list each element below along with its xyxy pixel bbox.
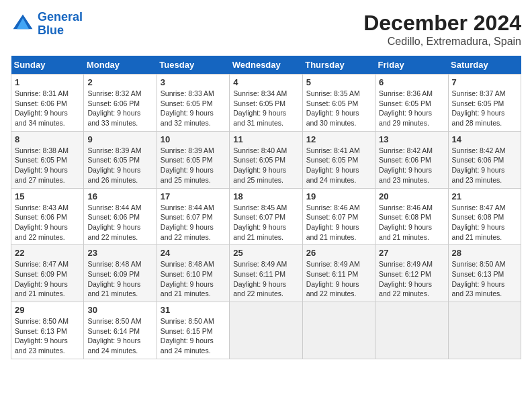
day-number: 30 [87,305,152,315]
calendar-week-row: 15Sunrise: 8:43 AMSunset: 6:06 PMDayligh… [11,188,521,245]
day-detail: Sunrise: 8:47 AMSunset: 6:08 PMDaylight:… [452,203,517,242]
day-detail: Sunrise: 8:43 AMSunset: 6:06 PMDaylight:… [15,203,80,242]
day-number: 17 [161,191,226,201]
day-number: 15 [15,191,80,201]
day-number: 21 [452,191,517,201]
calendar-cell: 6Sunrise: 8:36 AMSunset: 6:05 PMDaylight… [375,75,448,132]
day-detail: Sunrise: 8:39 AMSunset: 6:05 PMDaylight:… [87,146,152,185]
day-number: 14 [452,134,517,144]
calendar-cell: 29Sunrise: 8:50 AMSunset: 6:13 PMDayligh… [11,302,84,359]
calendar-cell: 10Sunrise: 8:39 AMSunset: 6:05 PMDayligh… [157,131,229,188]
logo-line2: Blue [38,24,64,37]
day-number: 18 [233,191,298,201]
day-detail: Sunrise: 8:36 AMSunset: 6:05 PMDaylight:… [379,89,444,128]
day-number: 31 [161,305,226,315]
calendar-cell [230,302,302,359]
calendar-cell: 9Sunrise: 8:39 AMSunset: 6:05 PMDaylight… [84,131,157,188]
month-title: December 2024 [363,11,521,36]
day-detail: Sunrise: 8:45 AMSunset: 6:07 PMDaylight:… [233,203,298,242]
calendar-cell: 30Sunrise: 8:50 AMSunset: 6:14 PMDayligh… [84,302,157,359]
day-detail: Sunrise: 8:50 AMSunset: 6:15 PMDaylight:… [161,316,226,356]
calendar-cell: 8Sunrise: 8:38 AMSunset: 6:05 PMDaylight… [11,131,84,188]
day-number: 12 [306,134,371,144]
day-detail: Sunrise: 8:50 AMSunset: 6:14 PMDaylight:… [87,316,152,356]
calendar-cell: 20Sunrise: 8:46 AMSunset: 6:08 PMDayligh… [375,188,448,245]
day-detail: Sunrise: 8:35 AMSunset: 6:05 PMDaylight:… [306,89,371,128]
title-block: December 2024 Cedillo, Extremadura, Spai… [363,11,521,48]
calendar-cell: 22Sunrise: 8:47 AMSunset: 6:09 PMDayligh… [11,245,84,302]
day-detail: Sunrise: 8:42 AMSunset: 6:06 PMDaylight:… [452,146,517,185]
day-detail: Sunrise: 8:50 AMSunset: 6:13 PMDaylight:… [452,259,517,299]
logo: General Blue [11,11,83,38]
day-number: 11 [233,134,298,144]
day-number: 23 [87,248,152,258]
calendar-cell [375,302,448,359]
day-detail: Sunrise: 8:41 AMSunset: 6:05 PMDaylight:… [306,146,371,185]
calendar-cell: 26Sunrise: 8:49 AMSunset: 6:11 PMDayligh… [302,245,375,302]
day-number: 8 [15,134,80,144]
day-detail: Sunrise: 8:44 AMSunset: 6:07 PMDaylight:… [161,203,226,242]
calendar-cell: 25Sunrise: 8:49 AMSunset: 6:11 PMDayligh… [230,245,302,302]
day-detail: Sunrise: 8:42 AMSunset: 6:06 PMDaylight:… [379,146,444,185]
day-number: 13 [379,134,444,144]
day-number: 5 [306,77,371,87]
day-detail: Sunrise: 8:31 AMSunset: 6:06 PMDaylight:… [15,89,80,128]
day-detail: Sunrise: 8:37 AMSunset: 6:05 PMDaylight:… [452,89,517,128]
day-detail: Sunrise: 8:49 AMSunset: 6:12 PMDaylight:… [379,259,444,299]
day-detail: Sunrise: 8:49 AMSunset: 6:11 PMDaylight:… [233,259,298,299]
header-saturday: Saturday [448,56,521,75]
header-wednesday: Wednesday [230,56,302,75]
calendar-cell: 2Sunrise: 8:32 AMSunset: 6:06 PMDaylight… [84,75,157,132]
day-detail: Sunrise: 8:38 AMSunset: 6:05 PMDaylight:… [15,146,80,185]
logo-text: General Blue [38,11,83,38]
day-number: 4 [233,77,298,87]
day-detail: Sunrise: 8:46 AMSunset: 6:07 PMDaylight:… [306,203,371,242]
day-number: 3 [161,77,226,87]
calendar-week-row: 22Sunrise: 8:47 AMSunset: 6:09 PMDayligh… [11,245,521,302]
day-number: 20 [379,191,444,201]
calendar-cell: 27Sunrise: 8:49 AMSunset: 6:12 PMDayligh… [375,245,448,302]
day-number: 25 [233,248,298,258]
day-number: 9 [87,134,152,144]
day-detail: Sunrise: 8:48 AMSunset: 6:09 PMDaylight:… [87,259,152,299]
calendar-cell: 11Sunrise: 8:40 AMSunset: 6:05 PMDayligh… [230,131,302,188]
calendar-cell: 31Sunrise: 8:50 AMSunset: 6:15 PMDayligh… [157,302,229,359]
location-title: Cedillo, Extremadura, Spain [363,36,521,48]
day-number: 19 [306,191,371,201]
day-detail: Sunrise: 8:50 AMSunset: 6:13 PMDaylight:… [15,316,80,356]
day-detail: Sunrise: 8:34 AMSunset: 6:05 PMDaylight:… [233,89,298,128]
logo-icon [11,12,35,36]
day-detail: Sunrise: 8:39 AMSunset: 6:05 PMDaylight:… [161,146,226,185]
day-number: 27 [379,248,444,258]
day-number: 26 [306,248,371,258]
calendar-cell: 7Sunrise: 8:37 AMSunset: 6:05 PMDaylight… [448,75,521,132]
day-number: 2 [87,77,152,87]
calendar-cell: 17Sunrise: 8:44 AMSunset: 6:07 PMDayligh… [157,188,229,245]
day-number: 28 [452,248,517,258]
header-sunday: Sunday [11,56,84,75]
day-detail: Sunrise: 8:33 AMSunset: 6:05 PMDaylight:… [161,89,226,128]
calendar-cell: 5Sunrise: 8:35 AMSunset: 6:05 PMDaylight… [302,75,375,132]
calendar-cell: 15Sunrise: 8:43 AMSunset: 6:06 PMDayligh… [11,188,84,245]
day-detail: Sunrise: 8:47 AMSunset: 6:09 PMDaylight:… [15,259,80,299]
calendar-cell: 13Sunrise: 8:42 AMSunset: 6:06 PMDayligh… [375,131,448,188]
day-detail: Sunrise: 8:32 AMSunset: 6:06 PMDaylight:… [87,89,152,128]
calendar-cell: 14Sunrise: 8:42 AMSunset: 6:06 PMDayligh… [448,131,521,188]
calendar-cell: 4Sunrise: 8:34 AMSunset: 6:05 PMDaylight… [230,75,302,132]
header-friday: Friday [375,56,448,75]
calendar-week-row: 1Sunrise: 8:31 AMSunset: 6:06 PMDaylight… [11,75,521,132]
calendar-week-row: 29Sunrise: 8:50 AMSunset: 6:13 PMDayligh… [11,302,521,359]
calendar-cell: 12Sunrise: 8:41 AMSunset: 6:05 PMDayligh… [302,131,375,188]
day-detail: Sunrise: 8:44 AMSunset: 6:06 PMDaylight:… [87,203,152,242]
calendar-cell: 3Sunrise: 8:33 AMSunset: 6:05 PMDaylight… [157,75,229,132]
logo-line1: General [38,10,83,24]
day-number: 6 [379,77,444,87]
calendar-week-row: 8Sunrise: 8:38 AMSunset: 6:05 PMDaylight… [11,131,521,188]
day-number: 16 [87,191,152,201]
day-detail: Sunrise: 8:40 AMSunset: 6:05 PMDaylight:… [233,146,298,185]
day-number: 10 [161,134,226,144]
day-number: 7 [452,77,517,87]
calendar-cell: 21Sunrise: 8:47 AMSunset: 6:08 PMDayligh… [448,188,521,245]
calendar-cell: 18Sunrise: 8:45 AMSunset: 6:07 PMDayligh… [230,188,302,245]
calendar-cell: 19Sunrise: 8:46 AMSunset: 6:07 PMDayligh… [302,188,375,245]
